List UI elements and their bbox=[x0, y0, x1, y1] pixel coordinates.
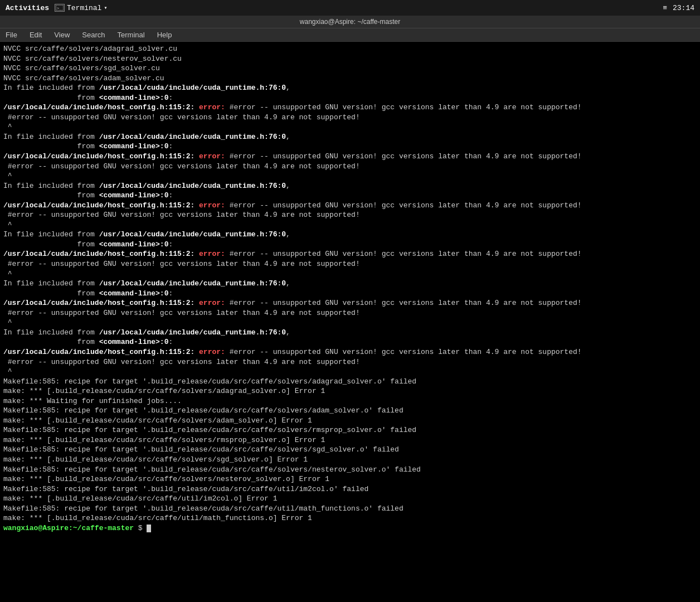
terminal-line: /usr/local/cuda/include/host_config.h:11… bbox=[3, 201, 697, 211]
terminal-text-part: /usr/local/cuda/include/host_config.h:11… bbox=[3, 103, 199, 111]
terminal-text-part: error: bbox=[199, 299, 230, 307]
menu-icon[interactable]: ≡ bbox=[663, 4, 667, 12]
terminal-text-part: , bbox=[286, 328, 290, 337]
terminal-text-part: #error -- unsupported GNU version! gcc v… bbox=[230, 201, 582, 210]
terminal-text-part: In file included from bbox=[3, 279, 99, 288]
terminal-text-part: In file included from bbox=[3, 328, 99, 337]
terminal-text-part: , bbox=[286, 279, 290, 288]
terminal-text-part: In file included from bbox=[3, 133, 99, 141]
terminal-text-part: <command-line>:0 bbox=[99, 240, 169, 249]
terminal-line: In file included from /usr/local/cuda/in… bbox=[3, 328, 697, 338]
terminal-text-part: : bbox=[168, 240, 173, 249]
terminal-line: from <command-line>:0: bbox=[3, 142, 697, 152]
clock: 23:14 bbox=[673, 4, 694, 12]
terminal-line: from <command-line>:0: bbox=[3, 191, 697, 201]
terminal-line: make: *** Waiting for unfinished jobs...… bbox=[3, 396, 697, 406]
terminal-text-part: #error -- unsupported GNU version! gcc v… bbox=[230, 250, 582, 258]
terminal-text-part: /usr/local/cuda/include/host_config.h:11… bbox=[3, 201, 199, 210]
terminal-line: In file included from /usr/local/cuda/in… bbox=[3, 132, 697, 142]
terminal-text-part: : bbox=[168, 191, 173, 200]
terminal-line: ^ bbox=[3, 318, 697, 328]
menu-item-view[interactable]: View bbox=[52, 30, 72, 40]
terminal-line: NVCC src/caffe/solvers/adam_solver.cu bbox=[3, 74, 697, 84]
terminal-line: In file included from /usr/local/cuda/in… bbox=[3, 230, 697, 240]
system-bar-left: Activities >_ Terminal ▾ bbox=[6, 4, 107, 12]
menu-item-edit[interactable]: Edit bbox=[27, 30, 44, 40]
terminal-window: wangxiao@Aspire: ~/caffe-master FileEdit… bbox=[0, 16, 700, 602]
terminal-text-part: from bbox=[3, 289, 99, 298]
terminal-title-bar: wangxiao@Aspire: ~/caffe-master bbox=[0, 16, 700, 28]
terminal-text-part: <command-line>:0 bbox=[99, 289, 169, 298]
terminal-text-part: <command-line>:0 bbox=[99, 191, 169, 200]
terminal-prompt: wangxiao@Aspire:~/caffe-master $ bbox=[3, 523, 697, 533]
terminal-text-part: : bbox=[168, 338, 173, 346]
terminal-line: /usr/local/cuda/include/host_config.h:11… bbox=[3, 347, 697, 357]
terminal-line: #error -- unsupported GNU version! gcc v… bbox=[3, 259, 697, 269]
terminal-line: make: *** [.build_release/cuda/src/caffe… bbox=[3, 455, 697, 465]
terminal-line: NVCC src/caffe/solvers/nesterov_solver.c… bbox=[3, 54, 697, 64]
terminal-line: /usr/local/cuda/include/host_config.h:11… bbox=[3, 152, 697, 162]
terminal-text-part: , bbox=[286, 182, 290, 190]
terminal-line: Makefile:585: recipe for target '.build_… bbox=[3, 425, 697, 435]
terminal-line: from <command-line>:0: bbox=[3, 289, 697, 299]
terminal-text-part: , bbox=[286, 84, 290, 92]
terminal-text-part: <command-line>:0 bbox=[99, 142, 169, 151]
terminal-text-part: /usr/local/cuda/include/cuda_runtime.h:7… bbox=[99, 230, 286, 239]
terminal-text-part: #error -- unsupported GNU version! gcc v… bbox=[230, 152, 582, 161]
menu-item-file[interactable]: File bbox=[3, 30, 20, 40]
terminal-line: Makefile:585: recipe for target '.build_… bbox=[3, 465, 697, 475]
terminal-text-part: #error -- unsupported GNU version! gcc v… bbox=[230, 103, 582, 111]
terminal-line: /usr/local/cuda/include/host_config.h:11… bbox=[3, 249, 697, 259]
menu-item-terminal[interactable]: Terminal bbox=[115, 30, 147, 40]
terminal-line: In file included from /usr/local/cuda/in… bbox=[3, 83, 697, 93]
terminal-line: from <command-line>:0: bbox=[3, 337, 697, 347]
terminal-text-part: error: bbox=[199, 250, 230, 258]
terminal-menu-bar: FileEditViewSearchTerminalHelp bbox=[0, 28, 700, 42]
terminal-text-part: error: bbox=[199, 201, 230, 210]
terminal-line: #error -- unsupported GNU version! gcc v… bbox=[3, 357, 697, 367]
terminal-title: wangxiao@Aspire: ~/caffe-master bbox=[300, 18, 400, 26]
terminal-menu-button[interactable]: >_ Terminal ▾ bbox=[55, 4, 107, 12]
terminal-line: make: *** [.build_release/cuda/src/caffe… bbox=[3, 494, 697, 504]
terminal-line: #error -- unsupported GNU version! gcc v… bbox=[3, 113, 697, 123]
terminal-text-part: /usr/local/cuda/include/cuda_runtime.h:7… bbox=[99, 133, 286, 141]
terminal-text-part: error: bbox=[199, 103, 230, 111]
cursor bbox=[147, 525, 151, 532]
menu-item-help[interactable]: Help bbox=[155, 30, 174, 40]
terminal-text-part: #error -- unsupported GNU version! gcc v… bbox=[230, 348, 582, 356]
svg-text:>_: >_ bbox=[57, 6, 62, 11]
terminal-line: #error -- unsupported GNU version! gcc v… bbox=[3, 308, 697, 318]
prompt-symbol: $ bbox=[134, 524, 147, 532]
terminal-text-part: , bbox=[286, 230, 290, 239]
terminal-line: #error -- unsupported GNU version! gcc v… bbox=[3, 210, 697, 220]
terminal-text-part: /usr/local/cuda/include/cuda_runtime.h:7… bbox=[99, 84, 286, 92]
terminal-text-part: error: bbox=[199, 152, 230, 161]
terminal-text-part: <command-line>:0 bbox=[99, 338, 169, 346]
terminal-text-part: : bbox=[168, 289, 173, 298]
terminal-line: Makefile:585: recipe for target '.build_… bbox=[3, 484, 697, 494]
terminal-menu-label: Terminal bbox=[67, 4, 101, 12]
terminal-line: ^ bbox=[3, 367, 697, 377]
terminal-line: make: *** [.build_release/cuda/src/caffe… bbox=[3, 416, 697, 426]
terminal-text-part: , bbox=[286, 133, 290, 141]
menu-item-search[interactable]: Search bbox=[80, 30, 107, 40]
terminal-text-part: #error -- unsupported GNU version! gcc v… bbox=[230, 299, 582, 307]
terminal-line: make: *** [.build_release/cuda/src/caffe… bbox=[3, 513, 697, 523]
terminal-line: ^ bbox=[3, 122, 697, 132]
terminal-line: Makefile:585: recipe for target '.build_… bbox=[3, 377, 697, 387]
terminal-text-part: from bbox=[3, 94, 99, 102]
system-bar: Activities >_ Terminal ▾ ≡ 23:14 bbox=[0, 0, 700, 16]
terminal-icon: >_ bbox=[55, 4, 65, 12]
terminal-text-part: from bbox=[3, 142, 99, 151]
system-bar-right: ≡ 23:14 bbox=[663, 4, 694, 12]
terminal-line: make: *** [.build_release/cuda/src/caffe… bbox=[3, 386, 697, 396]
terminal-text-part: /usr/local/cuda/include/host_config.h:11… bbox=[3, 250, 199, 258]
terminal-text-part: In file included from bbox=[3, 84, 99, 92]
terminal-output[interactable]: NVCC src/caffe/solvers/adagrad_solver.cu… bbox=[0, 42, 700, 602]
activities-label[interactable]: Activities bbox=[6, 4, 49, 12]
terminal-line: /usr/local/cuda/include/host_config.h:11… bbox=[3, 103, 697, 113]
terminal-line: In file included from /usr/local/cuda/in… bbox=[3, 279, 697, 289]
terminal-line: In file included from /usr/local/cuda/in… bbox=[3, 181, 697, 191]
terminal-text-part: In file included from bbox=[3, 230, 99, 239]
prompt-text: wangxiao@Aspire:~/caffe-master bbox=[3, 524, 134, 532]
